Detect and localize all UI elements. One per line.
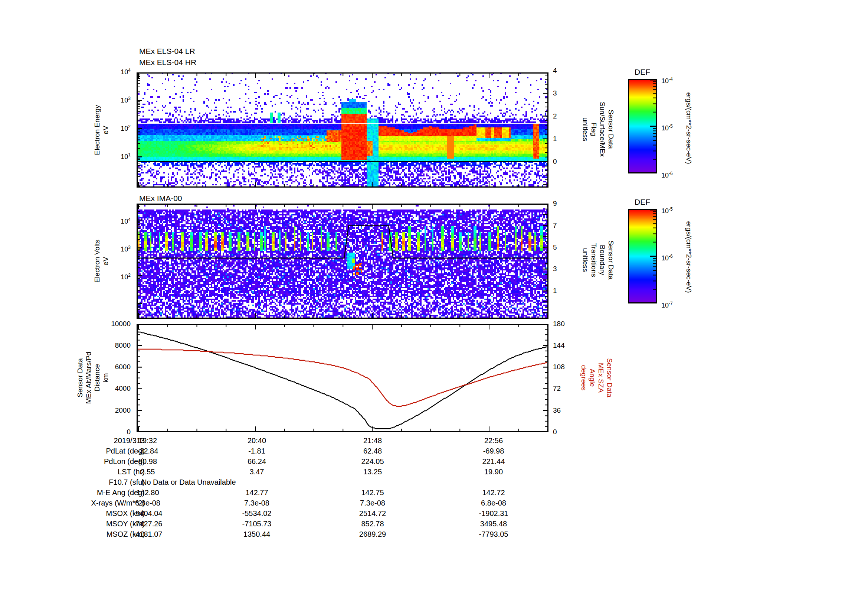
- table-cell-r9c3: -7793.05: [479, 530, 508, 539]
- traj-yaxis-title-line4: km: [101, 352, 110, 404]
- els-ytick-label-2: 102: [105, 123, 131, 132]
- traj-yaxis-title-line3: Distance: [93, 352, 101, 404]
- els-yaxis-title-line1: Electron Energy: [93, 105, 101, 155]
- traj-sza-tick-label-1: 144: [553, 341, 565, 350]
- els-right-axis-line2: Sun/Surface/MEx: [598, 102, 607, 157]
- table-row-label-2: PdLon (deg): [17, 457, 145, 466]
- table-cell-r5c2: 142.75: [361, 488, 384, 497]
- table-row-label-9: MSOZ (km): [17, 530, 145, 539]
- els-flag-tick-label-3: 1: [553, 135, 557, 143]
- traj-sza-tick-label-3: 72: [553, 384, 561, 393]
- ima-right-axis-title: Sensor Data Boundary Transitions unitles…: [581, 240, 615, 280]
- colorbar2-tick-label-0: 10-5: [661, 205, 673, 215]
- colorbar2-tick-label-1: 10-6: [661, 253, 673, 262]
- els-title-line2: MEx ELS-04 HR: [139, 58, 196, 67]
- traj-right-axis-line3: Angle: [588, 358, 597, 398]
- table-row-label-4: F10.7 (sfu): [17, 478, 145, 487]
- table-span-r4: No Data or Data Unavailable: [141, 478, 236, 487]
- table-cell-r7c0: -9404.04: [133, 509, 163, 518]
- els-ytick-label-0: 104: [105, 67, 131, 76]
- ima-boundary-tick-label-0: 9: [553, 199, 557, 208]
- els-right-axis-line3: Flag: [590, 102, 598, 157]
- table-cell-r2c0: 80.98: [138, 457, 157, 466]
- table-cell-r0c2: 21:48: [363, 436, 382, 445]
- ima-title: MEx IMA-00: [139, 194, 182, 203]
- els-flag-tick-label-4: 0: [553, 157, 557, 166]
- els-colorbar-unit-text: ergs/(cm**2-sr-sec-eV): [685, 92, 693, 164]
- table-cell-r1c3: -69.98: [483, 446, 504, 455]
- table-cell-r2c1: 66.24: [248, 457, 266, 466]
- traj-ytick-label-5: 0: [93, 428, 131, 436]
- traj-right-axis-line4: degrees: [580, 358, 588, 398]
- els-colorbar-title: DEF: [628, 68, 657, 76]
- els-title-line1: MEx ELS-04 LR: [139, 47, 195, 56]
- traj-ytick-label-3: 4000: [93, 384, 131, 393]
- table-cell-r1c0: -32.84: [137, 446, 158, 455]
- ima-boundary-tick-label-4: 1: [553, 287, 557, 295]
- els-ytick-label-3: 101: [105, 151, 131, 160]
- ima-colorbar-unit: ergs/(cm**2-sr-sec-eV): [685, 221, 693, 293]
- traj-sza-tick-label-2: 108: [553, 363, 565, 371]
- table-cell-r2c3: 221.44: [482, 457, 505, 466]
- table-row-label-0: 2019/313: [17, 436, 145, 445]
- colorbar2-tick-label-2: 10-7: [661, 300, 673, 309]
- table-cell-r3c0: 2.55: [141, 467, 155, 476]
- table-cell-r0c1: 20:40: [248, 436, 266, 445]
- table-row-label-7: MSOX (km): [17, 509, 145, 518]
- table-cell-r6c1: 7.3e-08: [244, 499, 270, 507]
- colorbar1-tick-label-2: 10-6: [661, 170, 673, 179]
- ima-spectrogram: [136, 204, 549, 319]
- ima-colorbar-unit-text: ergs/(cm**2-sr-sec-eV): [685, 221, 693, 293]
- colorbar1-tick-label-0: 10-4: [661, 75, 673, 85]
- table-row-label-1: PdLat (deg): [17, 446, 145, 455]
- traj-ytick-label-4: 2000: [93, 406, 131, 415]
- els-flag-tick-label-0: 4: [553, 67, 557, 75]
- colorbar1-tick-label-1: 10-5: [661, 123, 673, 132]
- traj-ytick-label-1: 8000: [93, 341, 131, 350]
- traj-sza-tick-label-4: 36: [553, 406, 561, 415]
- els-flag-tick-label-1: 3: [553, 89, 557, 97]
- table-cell-r0c0: 19:32: [138, 436, 157, 445]
- table-cell-r3c3: 19.90: [484, 467, 503, 476]
- ima-ytick-label-2: 102: [105, 272, 131, 281]
- table-cell-r0c3: 22:56: [484, 436, 503, 445]
- els-ytick-label-1: 103: [105, 95, 131, 104]
- els-flag-tick-label-2: 2: [553, 112, 557, 120]
- table-cell-r6c3: 6.8e-08: [481, 499, 506, 507]
- traj-right-axis-line2: MEx SZA: [597, 358, 605, 398]
- table-cell-r7c3: -1902.31: [479, 509, 508, 518]
- els-right-axis-line1: Sensor Data: [607, 102, 615, 157]
- els-colorbar: [628, 79, 657, 174]
- ima-right-axis-line3: Transitions: [590, 240, 598, 280]
- table-cell-r9c1: 1350.44: [243, 530, 270, 539]
- traj-yaxis-title-line2: MEx Alt/Mars/Pd: [84, 352, 93, 404]
- ima-colorbar-title: DEF: [628, 197, 657, 207]
- ima-boundary-tick-label-1: 7: [553, 221, 557, 230]
- ima-right-axis-line1: Sensor Data: [607, 240, 615, 280]
- ima-boundary-tick-label-3: 3: [553, 265, 557, 273]
- ima-ytick-label-0: 104: [105, 216, 131, 225]
- traj-ytick-label-2: 6000: [93, 363, 131, 371]
- table-cell-r5c0: 142.80: [136, 488, 159, 497]
- els-colorbar-unit: ergs/(cm**2-sr-sec-eV): [685, 92, 693, 164]
- table-row-label-6: X-rays (W/m**2): [17, 499, 145, 507]
- ima-colorbar: [628, 209, 657, 303]
- ima-boundary-tick-label-2: 5: [553, 243, 557, 252]
- els-right-axis-title: Sensor Data Sun/Surface/MEx Flag unitles…: [581, 102, 615, 157]
- table-cell-r5c3: 142.72: [482, 488, 505, 497]
- figure-canvas: MEx ELS-04 LR MEx ELS-04 HR MEx IMA-00 E…: [0, 0, 868, 614]
- table-cell-r8c1: -7105.73: [242, 519, 272, 528]
- traj-ytick-label-0: 10000: [93, 320, 131, 328]
- table-row-label-5: M-E Ang (deg): [17, 488, 145, 497]
- table-cell-r8c2: 852.78: [361, 519, 384, 528]
- traj-right-axis-line1: Sensor Data: [605, 358, 614, 398]
- els-right-axis-line4: unitless: [581, 102, 590, 157]
- traj-right-axis-title: Sensor Data MEx SZA Angle degrees: [580, 358, 614, 398]
- ima-right-axis-line2: Boundary: [598, 240, 607, 280]
- table-cell-r6c0: 6.8e-08: [135, 499, 160, 507]
- table-row-label-8: MSOY (km): [17, 519, 145, 528]
- ima-ytick-label-1: 103: [105, 244, 131, 253]
- table-cell-r2c2: 224.05: [361, 457, 384, 466]
- table-cell-r9c0: -4181.07: [133, 530, 163, 539]
- traj-yaxis-title: Sensor Data MEx Alt/Mars/Pd Distance km: [76, 352, 110, 404]
